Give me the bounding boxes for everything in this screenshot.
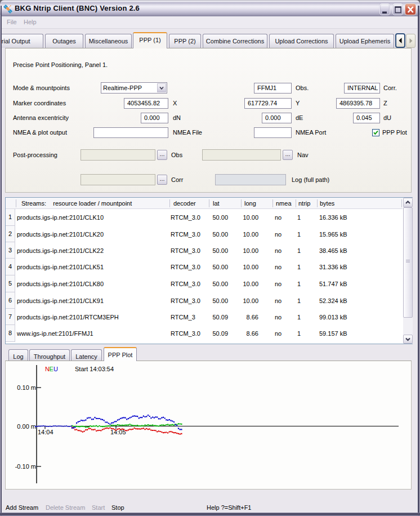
svg-text:0.00 m: 0.00 m — [17, 423, 36, 430]
svg-text:-0.10 m: -0.10 m — [15, 463, 36, 470]
svg-text:Start 14:03:54: Start 14:03:54 — [75, 366, 114, 372]
svg-text:E: E — [50, 366, 53, 372]
svg-text:14:04: 14:04 — [38, 429, 53, 435]
svg-text:0.10 m: 0.10 m — [17, 384, 36, 391]
svg-text:U: U — [53, 366, 58, 372]
